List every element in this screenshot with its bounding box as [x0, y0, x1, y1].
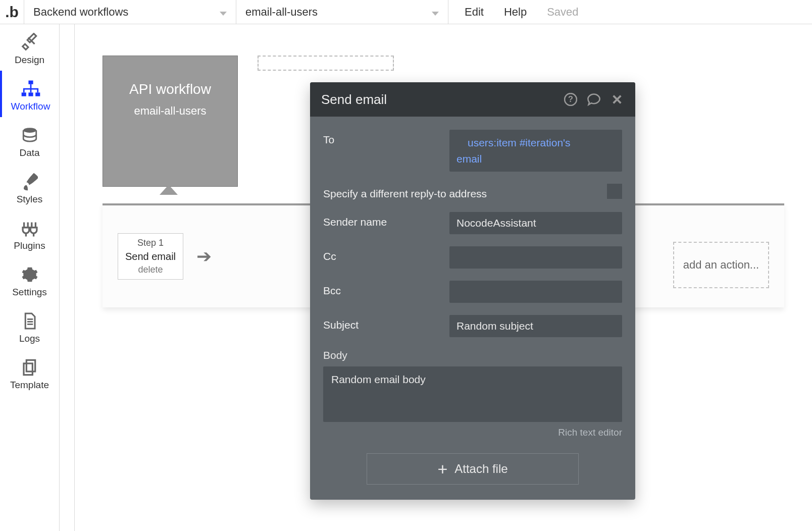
- property-panel: Send email ? To users:item #iteration's: [310, 82, 635, 500]
- label-cc: Cc: [323, 246, 449, 262]
- plug-icon: [0, 217, 59, 239]
- row-bcc: Bcc: [323, 281, 622, 303]
- top-bar: .b Backend workflows email-all-users Edi…: [0, 0, 812, 24]
- saved-status: Saved: [547, 6, 578, 19]
- add-event-placeholder[interactable]: [258, 56, 394, 71]
- reply-to-checkbox[interactable]: [607, 184, 622, 199]
- brush-icon: [0, 171, 59, 193]
- attach-file-label: Attach file: [454, 462, 508, 476]
- workflow-canvas: API workflow email-all-users Step 1 Send…: [75, 24, 812, 531]
- workflow-pointer-icon: [160, 185, 178, 195]
- step-delete[interactable]: delete: [138, 263, 163, 276]
- to-expression-line2: email: [456, 153, 482, 165]
- add-action-label: add an action...: [683, 258, 759, 272]
- close-icon[interactable]: [610, 92, 624, 107]
- copy-icon: [0, 356, 59, 379]
- to-field[interactable]: users:item #iteration's email: [449, 130, 622, 172]
- to-expression-line1: users:item #iteration's: [456, 135, 615, 151]
- edit-link[interactable]: Edit: [465, 6, 484, 19]
- nav-design[interactable]: Design: [0, 24, 59, 71]
- canvas-gutter: [60, 24, 75, 531]
- row-subject: Subject Random subject: [323, 315, 622, 337]
- document-icon: [0, 310, 59, 332]
- cc-field[interactable]: [449, 246, 622, 269]
- workflow-event-subtitle: email-all-users: [103, 104, 237, 118]
- left-nav: Design Workflow Data Styles Plugins: [0, 24, 60, 531]
- chevron-down-icon: [220, 6, 227, 19]
- row-sender-name: Sender name NocodeAssistant: [323, 212, 622, 234]
- gear-icon: [0, 263, 59, 286]
- help-icon[interactable]: ?: [564, 92, 578, 107]
- label-sender-name: Sender name: [323, 212, 449, 228]
- arrow-right-icon: ➔: [196, 246, 212, 267]
- svg-rect-6: [24, 363, 32, 375]
- workflow-dropdown[interactable]: email-all-users: [236, 0, 448, 24]
- step-title: Send email: [125, 249, 176, 263]
- add-action-placeholder[interactable]: add an action...: [673, 242, 769, 288]
- nav-logs[interactable]: Logs: [0, 303, 59, 349]
- svg-rect-0: [28, 81, 33, 84]
- database-icon: [0, 124, 59, 146]
- svg-rect-5: [26, 360, 35, 371]
- label-reply-to: Specify a different reply-to address: [323, 184, 607, 200]
- row-cc: Cc: [323, 246, 622, 269]
- label-subject: Subject: [323, 315, 449, 331]
- logo-b-icon: .b: [5, 4, 19, 21]
- label-bcc: Bcc: [323, 281, 449, 297]
- comment-icon[interactable]: [587, 92, 601, 107]
- section-dropdown[interactable]: Backend workflows: [24, 0, 236, 24]
- nav-settings[interactable]: Settings: [0, 256, 59, 303]
- nav-label: Template: [0, 380, 59, 391]
- workflow-icon: [2, 78, 59, 100]
- nav-label: Design: [0, 55, 59, 66]
- nav-plugins[interactable]: Plugins: [0, 210, 59, 256]
- nav-label: Styles: [0, 194, 59, 205]
- chevron-down-icon: [432, 6, 439, 19]
- nav-label: Data: [0, 147, 59, 158]
- svg-rect-1: [21, 92, 26, 96]
- property-panel-body: To users:item #iteration's email Specify…: [310, 117, 635, 500]
- nav-workflow[interactable]: Workflow: [0, 71, 59, 117]
- label-body: Body: [323, 349, 622, 361]
- subject-field[interactable]: Random subject: [449, 315, 622, 337]
- nav-label: Settings: [0, 287, 59, 298]
- nav-template[interactable]: Template: [0, 349, 59, 396]
- label-to: To: [323, 130, 449, 146]
- workflow-event-card[interactable]: API workflow email-all-users: [103, 56, 238, 187]
- body-field[interactable]: Random email body: [323, 366, 622, 422]
- row-reply-to: Specify a different reply-to address: [323, 184, 622, 200]
- app-logo[interactable]: .b: [0, 0, 24, 24]
- section-dropdown-label: Backend workflows: [33, 6, 128, 19]
- design-icon: [0, 31, 59, 54]
- step-number: Step 1: [137, 237, 164, 249]
- nav-styles[interactable]: Styles: [0, 164, 59, 210]
- svg-point-4: [23, 128, 36, 133]
- nav-label: Logs: [0, 333, 59, 344]
- nav-label: Plugins: [0, 240, 59, 251]
- property-panel-title: Send email: [321, 92, 564, 108]
- svg-text:?: ?: [568, 94, 573, 103]
- svg-rect-2: [28, 92, 33, 96]
- bcc-field[interactable]: [449, 281, 622, 303]
- step-card[interactable]: Step 1 Send email delete: [118, 233, 183, 280]
- attach-file-button[interactable]: + Attach file: [367, 453, 579, 485]
- help-link[interactable]: Help: [504, 6, 527, 19]
- property-panel-header[interactable]: Send email ?: [310, 82, 635, 117]
- workflow-event-title: API workflow: [103, 81, 237, 97]
- topbar-links: Edit Help Saved: [448, 0, 579, 24]
- row-to: To users:item #iteration's email: [323, 130, 622, 172]
- svg-rect-3: [35, 92, 40, 96]
- nav-label: Workflow: [2, 101, 59, 112]
- rich-text-editor-link[interactable]: Rich text editor: [323, 427, 622, 438]
- workflow-dropdown-label: email-all-users: [245, 6, 318, 19]
- nav-data[interactable]: Data: [0, 117, 59, 164]
- sender-name-field[interactable]: NocodeAssistant: [449, 212, 622, 234]
